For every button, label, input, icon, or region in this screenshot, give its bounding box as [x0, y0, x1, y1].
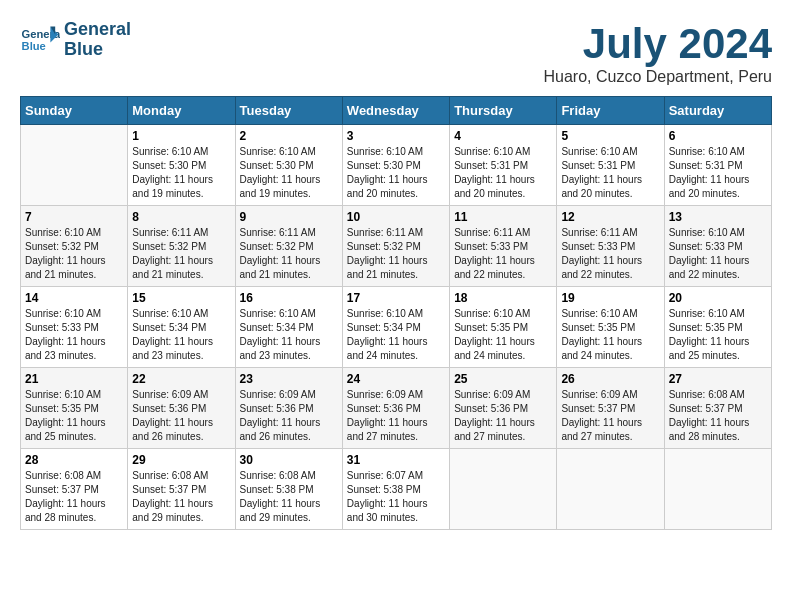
day-cell: 4Sunrise: 6:10 AMSunset: 5:31 PMDaylight…: [450, 125, 557, 206]
day-number: 18: [454, 291, 552, 305]
day-cell: 25Sunrise: 6:09 AMSunset: 5:36 PMDayligh…: [450, 368, 557, 449]
day-number: 14: [25, 291, 123, 305]
day-info: Sunrise: 6:08 AMSunset: 5:37 PMDaylight:…: [132, 469, 230, 525]
day-cell: 31Sunrise: 6:07 AMSunset: 5:38 PMDayligh…: [342, 449, 449, 530]
day-info: Sunrise: 6:09 AMSunset: 5:37 PMDaylight:…: [561, 388, 659, 444]
week-row-4: 21Sunrise: 6:10 AMSunset: 5:35 PMDayligh…: [21, 368, 772, 449]
day-number: 17: [347, 291, 445, 305]
day-number: 13: [669, 210, 767, 224]
day-number: 1: [132, 129, 230, 143]
day-number: 5: [561, 129, 659, 143]
day-cell: [21, 125, 128, 206]
day-number: 12: [561, 210, 659, 224]
day-number: 7: [25, 210, 123, 224]
day-number: 20: [669, 291, 767, 305]
day-info: Sunrise: 6:09 AMSunset: 5:36 PMDaylight:…: [454, 388, 552, 444]
month-title: July 2024: [543, 20, 772, 68]
day-info: Sunrise: 6:11 AMSunset: 5:33 PMDaylight:…: [561, 226, 659, 282]
day-cell: 20Sunrise: 6:10 AMSunset: 5:35 PMDayligh…: [664, 287, 771, 368]
day-number: 9: [240, 210, 338, 224]
logo-icon: General Blue: [20, 20, 60, 60]
day-info: Sunrise: 6:10 AMSunset: 5:34 PMDaylight:…: [240, 307, 338, 363]
day-cell: 28Sunrise: 6:08 AMSunset: 5:37 PMDayligh…: [21, 449, 128, 530]
day-cell: 12Sunrise: 6:11 AMSunset: 5:33 PMDayligh…: [557, 206, 664, 287]
page-header: General Blue General Blue July 2024 Huar…: [20, 20, 772, 86]
day-info: Sunrise: 6:08 AMSunset: 5:37 PMDaylight:…: [25, 469, 123, 525]
day-info: Sunrise: 6:07 AMSunset: 5:38 PMDaylight:…: [347, 469, 445, 525]
header-tuesday: Tuesday: [235, 97, 342, 125]
day-cell: 1Sunrise: 6:10 AMSunset: 5:30 PMDaylight…: [128, 125, 235, 206]
day-info: Sunrise: 6:10 AMSunset: 5:35 PMDaylight:…: [454, 307, 552, 363]
day-number: 6: [669, 129, 767, 143]
day-info: Sunrise: 6:10 AMSunset: 5:35 PMDaylight:…: [25, 388, 123, 444]
day-cell: 13Sunrise: 6:10 AMSunset: 5:33 PMDayligh…: [664, 206, 771, 287]
logo-text: General Blue: [64, 20, 131, 60]
day-info: Sunrise: 6:11 AMSunset: 5:33 PMDaylight:…: [454, 226, 552, 282]
day-cell: 26Sunrise: 6:09 AMSunset: 5:37 PMDayligh…: [557, 368, 664, 449]
day-info: Sunrise: 6:10 AMSunset: 5:34 PMDaylight:…: [132, 307, 230, 363]
day-info: Sunrise: 6:10 AMSunset: 5:33 PMDaylight:…: [669, 226, 767, 282]
day-number: 10: [347, 210, 445, 224]
day-number: 27: [669, 372, 767, 386]
day-number: 15: [132, 291, 230, 305]
day-cell: 30Sunrise: 6:08 AMSunset: 5:38 PMDayligh…: [235, 449, 342, 530]
day-info: Sunrise: 6:10 AMSunset: 5:35 PMDaylight:…: [561, 307, 659, 363]
day-cell: 27Sunrise: 6:08 AMSunset: 5:37 PMDayligh…: [664, 368, 771, 449]
day-info: Sunrise: 6:11 AMSunset: 5:32 PMDaylight:…: [240, 226, 338, 282]
day-number: 11: [454, 210, 552, 224]
day-number: 29: [132, 453, 230, 467]
week-row-2: 7Sunrise: 6:10 AMSunset: 5:32 PMDaylight…: [21, 206, 772, 287]
day-number: 24: [347, 372, 445, 386]
day-number: 28: [25, 453, 123, 467]
week-row-5: 28Sunrise: 6:08 AMSunset: 5:37 PMDayligh…: [21, 449, 772, 530]
day-number: 22: [132, 372, 230, 386]
svg-text:Blue: Blue: [22, 40, 46, 52]
day-info: Sunrise: 6:11 AMSunset: 5:32 PMDaylight:…: [347, 226, 445, 282]
day-cell: 18Sunrise: 6:10 AMSunset: 5:35 PMDayligh…: [450, 287, 557, 368]
day-info: Sunrise: 6:09 AMSunset: 5:36 PMDaylight:…: [347, 388, 445, 444]
day-cell: 29Sunrise: 6:08 AMSunset: 5:37 PMDayligh…: [128, 449, 235, 530]
day-cell: 6Sunrise: 6:10 AMSunset: 5:31 PMDaylight…: [664, 125, 771, 206]
day-cell: [664, 449, 771, 530]
day-cell: 2Sunrise: 6:10 AMSunset: 5:30 PMDaylight…: [235, 125, 342, 206]
day-cell: 5Sunrise: 6:10 AMSunset: 5:31 PMDaylight…: [557, 125, 664, 206]
day-info: Sunrise: 6:08 AMSunset: 5:37 PMDaylight:…: [669, 388, 767, 444]
day-cell: 9Sunrise: 6:11 AMSunset: 5:32 PMDaylight…: [235, 206, 342, 287]
header-monday: Monday: [128, 97, 235, 125]
day-number: 8: [132, 210, 230, 224]
day-number: 25: [454, 372, 552, 386]
day-number: 31: [347, 453, 445, 467]
day-cell: 8Sunrise: 6:11 AMSunset: 5:32 PMDaylight…: [128, 206, 235, 287]
day-number: 21: [25, 372, 123, 386]
day-number: 26: [561, 372, 659, 386]
calendar-table: SundayMondayTuesdayWednesdayThursdayFrid…: [20, 96, 772, 530]
header-sunday: Sunday: [21, 97, 128, 125]
day-cell: 23Sunrise: 6:09 AMSunset: 5:36 PMDayligh…: [235, 368, 342, 449]
day-info: Sunrise: 6:10 AMSunset: 5:31 PMDaylight:…: [454, 145, 552, 201]
day-info: Sunrise: 6:09 AMSunset: 5:36 PMDaylight:…: [240, 388, 338, 444]
header-row: SundayMondayTuesdayWednesdayThursdayFrid…: [21, 97, 772, 125]
day-cell: [450, 449, 557, 530]
title-block: July 2024 Huaro, Cuzco Department, Peru: [543, 20, 772, 86]
day-info: Sunrise: 6:10 AMSunset: 5:34 PMDaylight:…: [347, 307, 445, 363]
header-wednesday: Wednesday: [342, 97, 449, 125]
day-cell: [557, 449, 664, 530]
day-cell: 3Sunrise: 6:10 AMSunset: 5:30 PMDaylight…: [342, 125, 449, 206]
day-cell: 16Sunrise: 6:10 AMSunset: 5:34 PMDayligh…: [235, 287, 342, 368]
week-row-1: 1Sunrise: 6:10 AMSunset: 5:30 PMDaylight…: [21, 125, 772, 206]
day-cell: 7Sunrise: 6:10 AMSunset: 5:32 PMDaylight…: [21, 206, 128, 287]
day-cell: 21Sunrise: 6:10 AMSunset: 5:35 PMDayligh…: [21, 368, 128, 449]
day-info: Sunrise: 6:10 AMSunset: 5:31 PMDaylight:…: [669, 145, 767, 201]
day-cell: 15Sunrise: 6:10 AMSunset: 5:34 PMDayligh…: [128, 287, 235, 368]
header-saturday: Saturday: [664, 97, 771, 125]
day-number: 23: [240, 372, 338, 386]
day-info: Sunrise: 6:11 AMSunset: 5:32 PMDaylight:…: [132, 226, 230, 282]
day-cell: 11Sunrise: 6:11 AMSunset: 5:33 PMDayligh…: [450, 206, 557, 287]
location-title: Huaro, Cuzco Department, Peru: [543, 68, 772, 86]
day-cell: 10Sunrise: 6:11 AMSunset: 5:32 PMDayligh…: [342, 206, 449, 287]
day-info: Sunrise: 6:10 AMSunset: 5:30 PMDaylight:…: [240, 145, 338, 201]
day-number: 16: [240, 291, 338, 305]
day-number: 4: [454, 129, 552, 143]
day-number: 30: [240, 453, 338, 467]
day-number: 3: [347, 129, 445, 143]
